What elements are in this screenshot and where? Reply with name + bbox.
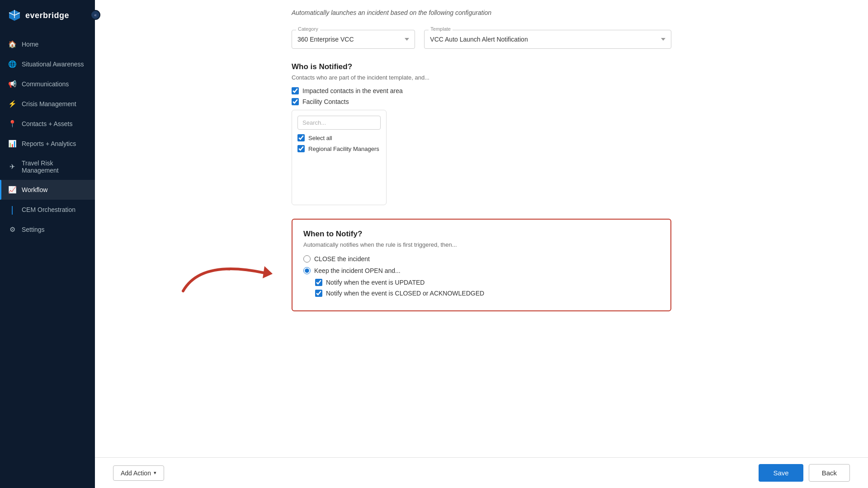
select-all-checkbox[interactable] — [297, 134, 305, 141]
sidebar-item-cem-orchestration[interactable]: | CEM Orchestration — [0, 200, 95, 220]
sidebar-label-crisis-management: Crisis Management — [22, 100, 76, 108]
settings-icon: ⚙ — [8, 225, 16, 234]
red-arrow-annotation — [174, 232, 292, 300]
home-icon: 🏠 — [8, 40, 16, 48]
main-content: Automatically launches an incident based… — [95, 0, 868, 488]
contact-search-input[interactable] — [297, 116, 381, 130]
template-field: Template VCC Auto Launch Alert Notificat… — [424, 30, 671, 49]
bottom-action-bar: Add Action ▾ Save Back — [95, 457, 868, 488]
everbridge-logo-icon — [7, 8, 22, 23]
sidebar-item-situational-awareness[interactable]: 🌐 Situational Awareness — [0, 54, 95, 74]
add-action-button[interactable]: Add Action ▾ — [113, 465, 164, 481]
select-all-row: Select all — [297, 134, 381, 141]
sidebar-label-settings: Settings — [22, 226, 45, 233]
auto-launch-description: Automatically launches an incident based… — [292, 9, 671, 16]
close-incident-row: CLOSE the incident — [303, 255, 660, 263]
sidebar-item-communications[interactable]: 📢 Communications — [0, 74, 95, 94]
category-select[interactable]: 360 Enterprise VCC — [292, 30, 415, 49]
sidebar-label-home: Home — [22, 41, 38, 48]
regional-fm-row: Regional Facility Managers — [297, 145, 381, 152]
sidebar-label-travel-risk: Travel Risk Management — [22, 160, 87, 174]
select-all-label[interactable]: Select all — [308, 135, 332, 141]
sidebar-label-cem-orchestration: CEM Orchestration — [22, 206, 75, 213]
cem-orchestration-icon: | — [8, 206, 16, 214]
sidebar-label-situational-awareness: Situational Awareness — [22, 61, 84, 68]
template-label: Template — [429, 26, 453, 32]
sidebar-nav: 🏠 Home 🌐 Situational Awareness 📢 Communi… — [0, 34, 95, 488]
impacted-contacts-row: Impacted contacts in the event area — [292, 87, 671, 94]
sidebar-item-contacts-assets[interactable]: 📍 Contacts + Assets — [0, 114, 95, 134]
sidebar-item-reports-analytics[interactable]: 📊 Reports + Analytics — [0, 134, 95, 154]
logo-text: everbridge — [25, 11, 69, 20]
sidebar-item-crisis-management[interactable]: ⚡ Crisis Management — [0, 94, 95, 114]
add-action-label: Add Action — [121, 469, 151, 477]
contacts-assets-icon: 📍 — [8, 120, 16, 128]
save-button[interactable]: Save — [759, 464, 803, 482]
svg-marker-0 — [263, 266, 273, 278]
impacted-contacts-label[interactable]: Impacted contacts in the event area — [302, 87, 403, 94]
sidebar-label-workflow: Workflow — [22, 186, 47, 193]
sidebar-item-workflow[interactable]: 📈 Workflow — [0, 180, 95, 200]
close-incident-label[interactable]: CLOSE the incident — [314, 255, 370, 263]
category-label: Category — [296, 26, 320, 32]
contact-list-area: Regional Facility Managers — [297, 145, 381, 199]
notify-closed-row: Notify when the event is CLOSED or ACKNO… — [315, 290, 660, 297]
regional-fm-checkbox[interactable] — [297, 145, 305, 152]
notify-closed-checkbox[interactable] — [315, 290, 322, 297]
sidebar-collapse-button[interactable]: « — [90, 10, 100, 20]
reports-analytics-icon: 📊 — [8, 140, 16, 148]
keep-open-label[interactable]: Keep the incident OPEN and... — [314, 267, 401, 274]
category-field: Category 360 Enterprise VCC — [292, 30, 415, 49]
sidebar-item-travel-risk[interactable]: ✈ Travel Risk Management — [0, 154, 95, 180]
communications-icon: 📢 — [8, 80, 16, 88]
when-notify-wrapper: When to Notify? Automatically notifies w… — [292, 219, 671, 311]
travel-risk-icon: ✈ — [8, 163, 16, 171]
who-notified-title: Who is Notified? — [292, 62, 671, 71]
contact-list-box: Select all Regional Facility Managers — [292, 110, 387, 205]
category-template-row: Category 360 Enterprise VCC Template VCC… — [292, 25, 671, 49]
content-area: Automatically launches an incident based… — [274, 0, 689, 357]
keep-open-radio[interactable] — [303, 267, 311, 274]
notify-updated-label[interactable]: Notify when the event is UPDATED — [326, 279, 425, 286]
template-select[interactable]: VCC Auto Launch Alert Notification — [424, 30, 671, 49]
sidebar-label-reports-analytics: Reports + Analytics — [22, 140, 76, 147]
situational-awareness-icon: 🌐 — [8, 60, 16, 68]
sidebar-item-home[interactable]: 🏠 Home — [0, 34, 95, 54]
who-notified-subtitle: Contacts who are part of the incident te… — [292, 74, 671, 81]
back-button[interactable]: Back — [809, 464, 850, 482]
notify-updated-checkbox[interactable] — [315, 279, 322, 286]
sidebar: everbridge « 🏠 Home 🌐 Situational Awaren… — [0, 0, 95, 488]
when-notify-subtitle: Automatically notifies when the rule is … — [303, 241, 660, 248]
when-notify-section: When to Notify? Automatically notifies w… — [292, 219, 671, 311]
keep-open-row: Keep the incident OPEN and... — [303, 267, 660, 274]
when-notify-title: When to Notify? — [303, 230, 660, 239]
sidebar-label-contacts-assets: Contacts + Assets — [22, 120, 72, 127]
notify-updated-row: Notify when the event is UPDATED — [315, 279, 660, 286]
sidebar-item-settings[interactable]: ⚙ Settings — [0, 220, 95, 239]
impacted-contacts-checkbox[interactable] — [292, 87, 299, 94]
sidebar-label-communications: Communications — [22, 80, 69, 88]
facility-contacts-row: Facility Contacts — [292, 98, 671, 105]
facility-contacts-checkbox[interactable] — [292, 98, 299, 105]
regional-fm-label[interactable]: Regional Facility Managers — [308, 145, 379, 152]
close-incident-radio[interactable] — [303, 255, 311, 263]
add-action-chevron-icon: ▾ — [154, 470, 156, 476]
notify-closed-label[interactable]: Notify when the event is CLOSED or ACKNO… — [326, 290, 484, 297]
workflow-icon: 📈 — [8, 186, 16, 194]
facility-contacts-label[interactable]: Facility Contacts — [302, 98, 349, 105]
who-notified-section: Who is Notified? Contacts who are part o… — [292, 62, 671, 205]
logo-area: everbridge — [0, 0, 95, 30]
crisis-management-icon: ⚡ — [8, 100, 16, 108]
bottom-right-buttons: Save Back — [759, 464, 850, 482]
